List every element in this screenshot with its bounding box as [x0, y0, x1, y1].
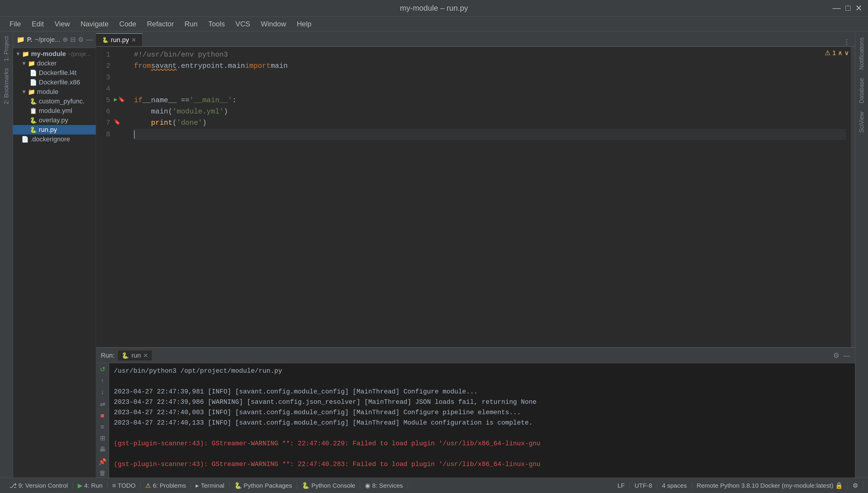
menu-vcs[interactable]: VCS: [231, 18, 255, 30]
menu-tools[interactable]: Tools: [203, 18, 229, 30]
tab-close-button[interactable]: ✕: [131, 37, 136, 44]
menu-help[interactable]: Help: [292, 18, 316, 30]
settings-icon[interactable]: ⚙: [78, 36, 84, 44]
run-panel: Run: 🐍 run ✕ ⚙ —: [96, 347, 855, 477]
status-indentation[interactable]: 4 spaces: [657, 482, 692, 489]
tree-root[interactable]: ▼ 📁 my-module ~/proje...: [13, 49, 96, 59]
scroll-up-button[interactable]: ↑: [100, 376, 105, 386]
terminal-line-4: 2023-04-27 22:47:39,986 [WARNING] [savan…: [114, 397, 850, 407]
right-sidebar-notifications[interactable]: Notifications: [856, 34, 867, 73]
run-panel-header: Run: 🐍 run ✕ ⚙ —: [96, 348, 855, 363]
status-python-packages[interactable]: 🐍 Python Packages: [229, 482, 297, 489]
code-line-8: [134, 129, 846, 140]
status-problems[interactable]: ⚠ 6: Problems: [141, 482, 191, 489]
menu-file[interactable]: File: [5, 18, 26, 30]
tree-overlay-py[interactable]: 🐍 overlay.py: [13, 115, 96, 125]
tab-options-icon[interactable]: ⋮: [843, 38, 850, 46]
code-line-1: #!/usr/bin/env python3: [134, 49, 846, 60]
code-line-2: from savant.entrypoint.main import main: [134, 60, 846, 72]
menu-navigate[interactable]: Navigate: [76, 18, 113, 30]
tree-module-yml[interactable]: 📋 module.yml: [13, 106, 96, 115]
status-terminal[interactable]: ▸ Terminal: [191, 482, 229, 489]
tree-docker-folder[interactable]: ▼ 📁 docker: [13, 59, 96, 68]
tab-name: run.py: [111, 36, 129, 44]
status-right-items: LF UTF-8 4 spaces Remote Python 3.8.10 D…: [613, 482, 863, 489]
panel-minimize-icon[interactable]: —: [843, 351, 850, 360]
bookmark-icon-5: 🔖: [118, 96, 125, 104]
close-button[interactable]: ✕: [855, 3, 862, 13]
overlay-py-name: overlay.py: [39, 116, 68, 124]
right-sidebar-sciview[interactable]: SciView: [856, 108, 867, 136]
tree-run-py[interactable]: 🐍 run.py: [13, 125, 96, 134]
print-button[interactable]: 🖶: [98, 444, 107, 454]
menu-edit[interactable]: Edit: [27, 18, 49, 30]
sidebar-bookmarks-tab[interactable]: 2: Bookmarks: [1, 65, 12, 108]
menu-refactor[interactable]: Refactor: [142, 18, 179, 30]
maximize-button[interactable]: □: [846, 3, 850, 13]
terminal-line-2: [114, 377, 850, 386]
tree-dockerfile-l4t[interactable]: 📄 Dockerfile.l4t: [13, 68, 96, 78]
status-version-control[interactable]: ⎇ 9: Version Control: [5, 482, 73, 489]
status-settings[interactable]: ⚙: [848, 482, 863, 489]
status-run[interactable]: ▶ 4: Run: [73, 482, 108, 489]
menu-window[interactable]: Window: [256, 18, 291, 30]
stop-button[interactable]: ■: [99, 411, 106, 421]
status-interpreter[interactable]: Remote Python 3.8.10 Docker (my-module:l…: [692, 482, 848, 489]
run-tab-icon: 🐍: [122, 352, 129, 359]
run-sidebar: ↺ ↑ ↓ ⇌ ■ ≡ ⊞ 🖶 📌 🗑: [96, 363, 109, 477]
status-todo[interactable]: ≡ TODO: [108, 482, 141, 489]
tree-module-folder[interactable]: ▼ 📁 module: [13, 87, 96, 97]
add-icon[interactable]: ⊕: [63, 36, 68, 44]
right-sidebar: Notifications Database SciView: [855, 31, 868, 477]
tree-dockerignore[interactable]: 📄 .dockerignore: [13, 134, 96, 144]
settings-icon: ⚙: [852, 482, 858, 489]
tab-run-py[interactable]: 🐍 run.py ✕: [96, 33, 143, 46]
status-encoding[interactable]: UTF-8: [629, 482, 657, 489]
collapse-icon[interactable]: ⊟: [70, 36, 76, 44]
code-content[interactable]: #!/usr/bin/env python3 from savant.entry…: [129, 47, 851, 347]
tree-dockerfile-x86[interactable]: 📄 Dockerfile.x86: [13, 78, 96, 87]
warning-indicator[interactable]: ⚠ 1 ∧ ∨: [825, 49, 849, 57]
status-python-console[interactable]: 🐍 Python Console: [297, 482, 360, 489]
menu-run[interactable]: Run: [180, 18, 202, 30]
pin-button[interactable]: ≡: [99, 422, 106, 432]
status-line-ending[interactable]: LF: [613, 482, 630, 489]
clear-button[interactable]: 🗑: [98, 468, 107, 477]
minimize-button[interactable]: —: [832, 3, 841, 13]
status-services[interactable]: ◉ 8: Services: [360, 482, 408, 489]
menu-bar: File Edit View Navigate Code Refactor Ru…: [0, 17, 868, 31]
run-status-icon: ▶: [78, 482, 82, 489]
warning-down-icon[interactable]: ∨: [844, 49, 849, 57]
window-title: my-module – run.py: [400, 3, 468, 13]
pin2-button[interactable]: 📌: [97, 457, 108, 467]
hide-icon[interactable]: —: [86, 36, 93, 44]
sidebar-project-tab[interactable]: 1: Project: [1, 33, 12, 65]
run-arrow-icon[interactable]: ▶: [114, 95, 117, 105]
terminal-output[interactable]: /usr/bin/python3 /opt/project/module/run…: [109, 363, 855, 477]
menu-code[interactable]: Code: [115, 18, 141, 30]
scroll-down-button[interactable]: ↓: [100, 387, 105, 397]
tab-bar-end: ⋮: [843, 38, 855, 46]
run-label: Run:: [101, 352, 115, 359]
run-tab-close[interactable]: ✕: [143, 352, 148, 359]
warning-up-icon[interactable]: ∧: [838, 49, 843, 57]
code-line-6: main('module.yml'): [134, 106, 846, 117]
dockerfile-l4t-name: Dockerfile.l4t: [39, 69, 77, 77]
settings-gear-icon[interactable]: ⚙: [833, 351, 840, 360]
editor-scrollbar[interactable]: [851, 47, 855, 347]
warning-icon: ⚠: [825, 49, 831, 57]
layout-button[interactable]: ⊞: [99, 433, 106, 443]
title-bar: my-module – run.py — □ ✕: [0, 0, 868, 17]
code-line-5: if __name__ == '__main__':: [134, 95, 846, 106]
tree-custom-pyfunc[interactable]: 🐍 custom_pyfunc.: [13, 97, 96, 106]
menu-view[interactable]: View: [50, 18, 75, 30]
right-sidebar-database[interactable]: Database: [856, 74, 867, 107]
run-tab[interactable]: 🐍 run ✕: [118, 350, 152, 361]
run-py-name: run.py: [39, 126, 57, 134]
soft-wrap-button[interactable]: ⇌: [99, 400, 106, 409]
terminal-line-1: /usr/bin/python3 /opt/project/module/run…: [114, 366, 850, 376]
rerun-button[interactable]: ↺: [99, 364, 106, 374]
project-header: 📁 P. ~/proje... ⊕ ⊟ ⚙ —: [13, 31, 96, 48]
terminal-error-2: (gst-plugin-scanner:43): GStreamer-WARNI…: [114, 459, 850, 469]
terminal-line-7: [114, 428, 850, 438]
